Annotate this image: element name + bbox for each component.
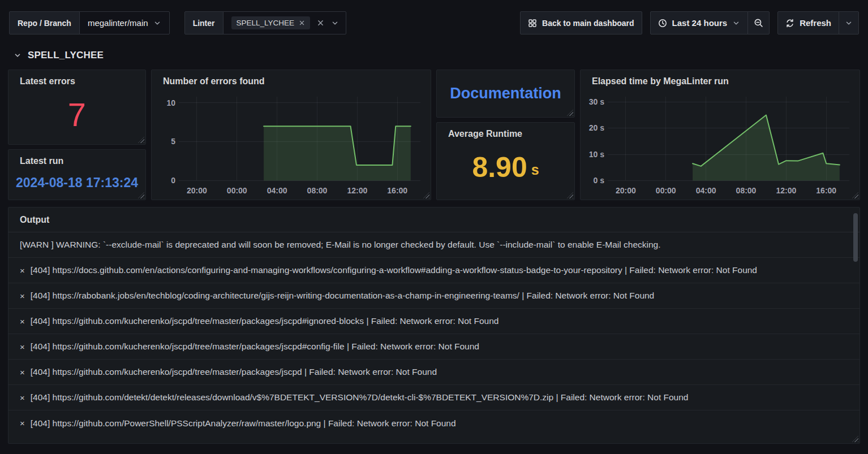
y-axis-labels: 0 s10 s20 s30 s: [585, 97, 604, 180]
linter-label: Linter: [184, 11, 224, 34]
log-row: × [404] https://github.com/kucherenko/js…: [8, 360, 860, 385]
repo-branch-label: Repo / Branch: [9, 11, 80, 34]
chart-plot-area: [608, 97, 849, 180]
log-text: [404] https://github.com/kucherenko/jscp…: [31, 316, 499, 326]
log-text: [404] https://github.com/PowerShell/PSSc…: [31, 418, 456, 429]
documentation-link[interactable]: Documentation: [450, 85, 561, 102]
panel-grid: Latest errors 7 Latest run 2024-08-18 17…: [8, 70, 860, 200]
chart-svg: [608, 97, 849, 180]
log-error-x-icon: ×: [20, 418, 25, 428]
log-error-x-icon: ×: [20, 342, 25, 352]
log-row: × [404] https://github.com/kucherenko/js…: [8, 309, 860, 334]
elapsed-time-chart: 0 s10 s20 s30 s 20:0000:0004:0008:0012:0…: [585, 90, 854, 196]
x-axis-tick-label: 08:00: [736, 186, 757, 195]
repo-branch-variable: Repo / Branch megalinter/main: [9, 11, 170, 34]
log-row: × [404] https://github.com/detekt/detekt…: [8, 385, 860, 410]
x-axis-tick-label: 12:00: [776, 186, 796, 195]
linter-select[interactable]: SPELL_LYCHEE: [223, 11, 347, 34]
column-stats-left: Latest errors 7 Latest run 2024-08-18 17…: [8, 70, 146, 200]
y-axis-tick-label: 5: [171, 137, 175, 146]
chart-plot-area: [179, 97, 420, 180]
x-axis-tick-label: 08:00: [307, 186, 328, 195]
log-error-x-icon: ×: [20, 367, 25, 377]
x-axis-tick-label: 20:00: [187, 186, 207, 195]
x-axis-tick-label: 16:00: [816, 186, 836, 195]
x-axis-tick-label: 04:00: [696, 186, 716, 195]
time-range-label: Last 24 hours: [672, 18, 728, 28]
output-panel-title[interactable]: Output: [8, 207, 860, 232]
panel-latest-run: Latest run 2024-08-18 17:13:24: [8, 149, 146, 200]
y-axis-tick-label: 10 s: [589, 150, 604, 159]
x-axis-tick-label: 20:00: [616, 186, 636, 195]
remove-tag-icon[interactable]: [299, 20, 305, 26]
y-axis-tick-label: 0: [171, 176, 175, 185]
row-header-spell-lychee[interactable]: SPELL_LYCHEE: [14, 50, 104, 61]
panel-output: Output [WARN ] WARNING: `--exclude-mail`…: [8, 207, 860, 444]
chevron-down-icon: [14, 51, 22, 59]
x-axis-labels: 20:0000:0004:0008:0012:0016:00: [179, 186, 420, 197]
zoom-out-time-button[interactable]: [747, 11, 770, 34]
chevron-down-icon: [845, 19, 853, 27]
average-runtime-value: 8.90: [472, 153, 527, 181]
x-axis-tick-label: 00:00: [227, 186, 247, 195]
log-text: [WARN ] WARNING: `--exclude-mail` is dep…: [20, 240, 661, 250]
y-axis-tick-label: 30 s: [589, 97, 604, 106]
log-error-x-icon: ×: [20, 291, 25, 301]
log-row: × [404] https://github.com/PowerShell/PS…: [8, 410, 860, 436]
average-runtime-unit: s: [531, 162, 539, 178]
log-row: × [404] https://docs.github.com/en/actio…: [8, 258, 860, 283]
time-range-picker[interactable]: Last 24 hours: [650, 11, 749, 34]
panel-title[interactable]: Latest errors: [8, 70, 145, 88]
panel-title[interactable]: Elapsed time by MegaLinter run: [581, 70, 860, 88]
refresh-group: Refresh: [777, 11, 859, 34]
toolbar-right: Back to main dashboard Last 24 hours Ref…: [520, 11, 859, 34]
log-error-x-icon: ×: [20, 266, 25, 275]
output-log-list: [WARN ] WARNING: `--exclude-mail` is dep…: [8, 232, 860, 443]
log-text: [404] https://rabobank.jobs/en/techblog/…: [31, 291, 654, 301]
log-error-x-icon: ×: [20, 317, 25, 326]
zoom-out-icon: [754, 18, 763, 28]
panel-number-of-errors: Number of errors found 0510 20:0000:0004…: [151, 70, 431, 200]
panel-latest-errors: Latest errors 7: [8, 70, 146, 145]
latest-run-value: 2024-08-18 17:13:24: [16, 175, 138, 191]
back-to-main-dashboard-button[interactable]: Back to main dashboard: [520, 11, 642, 34]
refresh-icon: [785, 19, 794, 28]
y-axis-labels: 0510: [156, 97, 175, 180]
y-axis-tick-label: 0 s: [594, 176, 604, 185]
repo-branch-value: megalinter/main: [88, 18, 148, 28]
linter-variable: Linter SPELL_LYCHEE: [184, 11, 346, 34]
panel-title[interactable]: Latest run: [8, 150, 145, 167]
log-row: × [404] https://rabobank.jobs/en/techblo…: [8, 283, 860, 309]
y-axis-tick-label: 10: [166, 98, 175, 107]
panel-elapsed-time: Elapsed time by MegaLinter run 0 s10 s20…: [580, 70, 860, 200]
row-title: SPELL_LYCHEE: [28, 50, 104, 61]
toolbar: Repo / Branch megalinter/main Linter SPE…: [9, 11, 859, 34]
panel-documentation: Documentation: [436, 70, 575, 118]
chart-svg: [179, 97, 420, 180]
refresh-label: Refresh: [800, 18, 831, 28]
y-axis-tick-label: 20 s: [589, 123, 604, 132]
chevron-down-icon: [732, 19, 740, 27]
chevron-down-icon: [153, 19, 161, 27]
x-axis-labels: 20:0000:0004:0008:0012:0016:00: [608, 186, 849, 197]
time-picker-group: Last 24 hours: [650, 11, 770, 34]
column-stats-right: Documentation Average Runtime 8.90 s: [436, 70, 575, 200]
log-text: [404] https://github.com/kucherenko/jscp…: [31, 367, 437, 377]
output-scrollbar-thumb[interactable]: [853, 213, 858, 262]
dashboard-grid-icon: [528, 19, 537, 28]
clock-icon: [658, 19, 667, 28]
back-button-label: Back to main dashboard: [542, 19, 634, 28]
latest-errors-value: 7: [68, 98, 86, 131]
chevron-down-icon[interactable]: [331, 19, 339, 27]
panel-title[interactable]: Number of errors found: [152, 70, 431, 88]
panel-title[interactable]: Average Runtime: [437, 123, 574, 140]
clear-selection-icon[interactable]: [317, 19, 324, 27]
linter-tag-chip[interactable]: SPELL_LYCHEE: [231, 16, 311, 29]
log-row: [WARN ] WARNING: `--exclude-mail` is dep…: [8, 232, 860, 258]
x-axis-tick-label: 12:00: [347, 186, 367, 195]
refresh-interval-dropdown[interactable]: [839, 11, 859, 34]
linter-tag-text: SPELL_LYCHEE: [237, 19, 295, 27]
repo-branch-select[interactable]: megalinter/main: [79, 11, 170, 34]
refresh-button[interactable]: Refresh: [777, 11, 839, 34]
log-text: [404] https://docs.github.com/en/actions…: [31, 265, 757, 275]
